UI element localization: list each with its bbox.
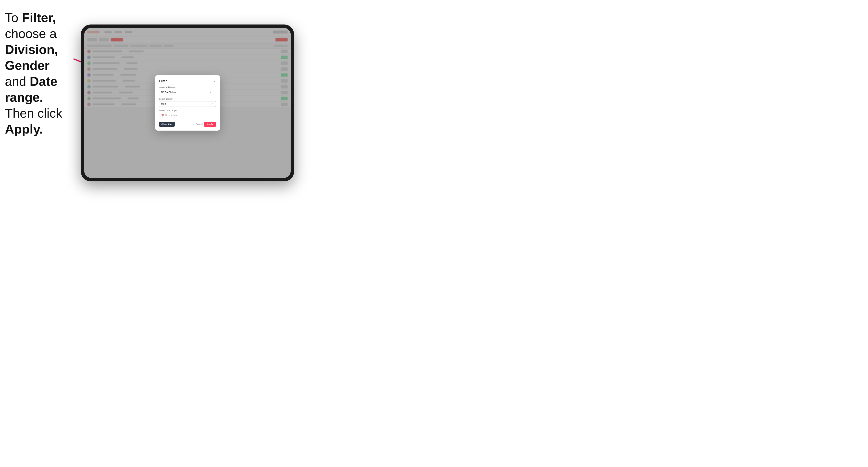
- date-label: Select Date range: [159, 109, 216, 112]
- modal-footer: Clear filter Cancel Apply: [159, 122, 216, 127]
- gender-select-icons: × ⌃: [210, 103, 214, 105]
- tablet-frame: Filter × Select a division NCAA Division…: [81, 25, 294, 181]
- gender-select[interactable]: Men × ⌃: [159, 101, 216, 107]
- select-icons: × ⌃: [210, 91, 214, 94]
- division-chevron-icon: ⌃: [212, 91, 214, 94]
- gender-chevron-icon: ⌃: [212, 103, 214, 105]
- date-range-field: Select Date range 📅 Pick a date: [159, 109, 216, 118]
- cancel-button[interactable]: Cancel: [195, 123, 203, 125]
- instruction-text: To Filter, choose a Division, Gender and…: [5, 10, 81, 137]
- date-placeholder: Pick a date: [165, 114, 178, 117]
- division-field: Select a division NCAA Division I × ⌃: [159, 86, 216, 95]
- gender-clear-icon[interactable]: ×: [210, 103, 211, 105]
- inst-line2: Division, Gender: [5, 42, 58, 72]
- modal-title: Filter: [159, 79, 167, 83]
- calendar-icon: 📅: [161, 114, 164, 117]
- date-input[interactable]: 📅 Pick a date: [159, 113, 216, 118]
- division-clear-icon[interactable]: ×: [210, 91, 211, 94]
- clear-filter-button[interactable]: Clear filter: [159, 122, 175, 127]
- apply-button[interactable]: Apply: [204, 122, 216, 127]
- footer-right-buttons: Cancel Apply: [195, 122, 216, 127]
- tablet-screen: Filter × Select a division NCAA Division…: [84, 28, 291, 178]
- modal-close-button[interactable]: ×: [213, 80, 216, 83]
- gender-label: Select gender: [159, 98, 216, 100]
- inst-line4: Then click Apply.: [5, 106, 62, 136]
- division-select[interactable]: NCAA Division I × ⌃: [159, 90, 216, 95]
- inst-line3: and Date range.: [5, 74, 57, 104]
- modal-overlay: Filter × Select a division NCAA Division…: [84, 28, 291, 178]
- filter-modal: Filter × Select a division NCAA Division…: [155, 75, 220, 131]
- gender-field: Select gender Men × ⌃: [159, 98, 216, 107]
- division-label: Select a division: [159, 86, 216, 89]
- inst-line1: To Filter, choose a: [5, 10, 57, 41]
- gender-value: Men: [161, 103, 166, 105]
- division-value: NCAA Division I: [161, 91, 179, 94]
- modal-header: Filter ×: [159, 79, 216, 83]
